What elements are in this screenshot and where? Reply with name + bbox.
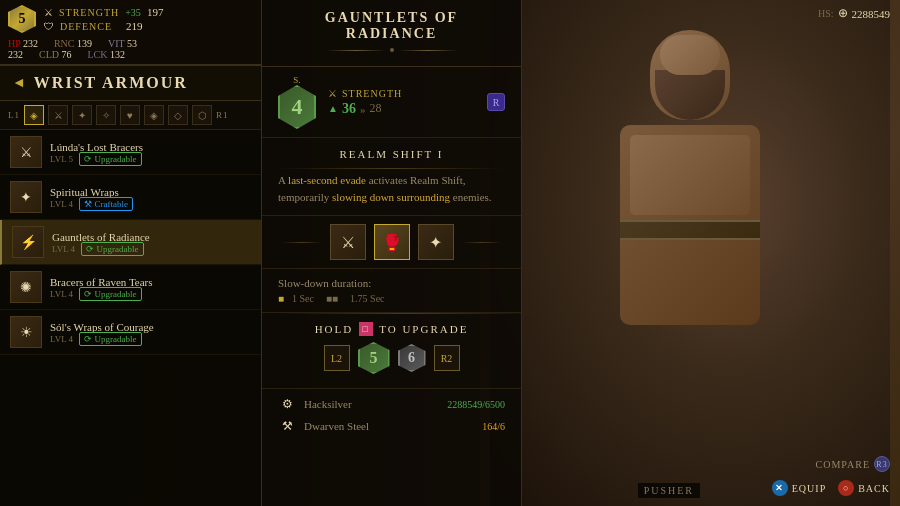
filter-row[interactable]: L1 ◈ ⚔ ✦ ✧ ♥ ◈ ◇ ⬡ R1 (0, 101, 261, 130)
defence-value: 219 (126, 20, 143, 32)
stat-old-value: 28 (369, 101, 381, 116)
item-name-1: Spiritual Wraps (50, 186, 251, 198)
filter-4[interactable]: ♥ (120, 105, 140, 125)
decor-dot (390, 48, 394, 52)
vit-label: VIT (108, 38, 124, 49)
stat-separator: » (360, 103, 366, 115)
item-level-badge: S. 4 (278, 75, 316, 129)
cld-label: CLD (39, 49, 59, 60)
item-info-3: Bracers of Raven Tears LVL 4 ⟳ Upgradabl… (50, 276, 251, 299)
hold-label: HOLD (315, 323, 354, 335)
steel-icon: ⚒ (278, 417, 296, 435)
lck-value: 132 (110, 49, 125, 60)
item-info-2: Gauntlets of Radiance LVL 4 ⟳ Upgradable (52, 231, 251, 254)
strength-stat-label: ⚔ STRENGTH (328, 88, 475, 99)
thumb-2-active: 🥊 (374, 224, 410, 260)
item-level-1: LVL 4 ⚒ Craftable (50, 199, 251, 209)
strength-stat-icon: ⚔ (328, 88, 338, 99)
item-icon-4: ☀ (10, 316, 42, 348)
perk-highlight-2: slowing down surrounding (332, 191, 450, 203)
item-strength: ⚔ STRENGTH ▲ 36 » 28 (328, 88, 475, 117)
inventory-item-3[interactable]: ✺ Bracers of Raven Tears LVL 4 ⟳ Upgrada… (0, 265, 261, 310)
item-badge-1: ⚒ Craftable (79, 197, 133, 211)
cld-value: 76 (62, 49, 72, 60)
item-info-0: Lúnda's Lost Bracers LVL 5 ⟳ Upgradable (50, 141, 251, 164)
perk-desc: A last-second evade activates Realm Shif… (278, 172, 505, 205)
compare-button[interactable]: COMPARE R3 (816, 456, 890, 472)
filter-all[interactable]: ◈ (24, 105, 44, 125)
perk-text-1: A (278, 174, 288, 186)
strength-label: STRENGTH (59, 7, 119, 18)
r2-button[interactable]: R2 (434, 345, 460, 371)
arrow-left-icon: ◄ (12, 75, 26, 91)
strength-value: 197 (147, 6, 164, 18)
slowdown-section: Slow-down duration: ■ 1 Sec ■■ 1.75 Sec (262, 269, 521, 313)
item-icon-3: ✺ (10, 271, 42, 303)
filter-3[interactable]: ✧ (96, 105, 116, 125)
hp-value: 232 (23, 38, 38, 49)
r1-label: R1 (216, 110, 229, 120)
stats-header: 5 ⚔ STRENGTH +35 197 🛡 DEFENCE 219 HP 23… (0, 0, 261, 65)
item-level-3: LVL 4 ⟳ Upgradable (50, 289, 251, 299)
item-title: GAUNTLETS OF RADIANCE (278, 10, 505, 42)
item-level-4: LVL 4 ⟳ Upgradable (50, 334, 251, 344)
left-panel: 5 ⚔ STRENGTH +35 197 🛡 DEFENCE 219 HP 23… (0, 0, 262, 506)
defence-icon: 🛡 (44, 21, 54, 32)
item-detail-panel: GAUNTLETS OF RADIANCE S. 4 ⚔ STRENGTH ▲ … (262, 0, 522, 506)
thumb-sep-left (282, 242, 322, 243)
back-label: BACK (858, 483, 890, 494)
item-badge-2: ⟳ Upgradable (81, 242, 143, 256)
item-icon-0: ⚔ (10, 136, 42, 168)
rnc-value: 139 (77, 38, 92, 49)
l2-button[interactable]: L2 (324, 345, 350, 371)
thumb-3: ✦ (418, 224, 454, 260)
section-title: WRIST ARMOUR (34, 74, 188, 92)
material-hacksilver: ⚙ Hacksilver 2288549/6500 (278, 395, 505, 413)
thumb-1: ⚔ (330, 224, 366, 260)
perk-text-3: enemies. (450, 191, 492, 203)
inventory-item-4[interactable]: ☀ Sól's Wraps of Courage LVL 4 ⟳ Upgrada… (0, 310, 261, 355)
lck-label: LCK (88, 49, 108, 60)
upgrade-title: HOLD □ TO UPGRADE (278, 322, 505, 336)
item-level-0: LVL 5 ⟳ Upgradable (50, 154, 251, 164)
slowdown-value-1: 1 Sec (292, 293, 314, 304)
bottom-buttons: ✕ EQUIP ○ BACK (772, 480, 890, 496)
strength-values: ▲ 36 » 28 (328, 101, 475, 117)
defence-label: DEFENCE (60, 21, 120, 32)
inventory-item-0[interactable]: ⚔ Lúnda's Lost Bracers LVL 5 ⟳ Upgradabl… (0, 130, 261, 175)
item-thumbnails: ⚔ 🥊 ✦ (262, 216, 521, 269)
filter-5[interactable]: ◈ (144, 105, 164, 125)
hs-value: 2288549 (852, 8, 891, 20)
item-info-4: Sól's Wraps of Courage LVL 4 ⟳ Upgradabl… (50, 321, 251, 344)
inventory-item-2[interactable]: ⚡ Gauntlets of Radiance LVL 4 ⟳ Upgradab… (0, 220, 261, 265)
filter-2[interactable]: ✦ (72, 105, 92, 125)
filter-7[interactable]: ⬡ (192, 105, 212, 125)
to-upgrade-label: TO UPGRADE (379, 323, 468, 335)
r-badge: R (487, 93, 505, 111)
hs-label: HS: (818, 8, 834, 19)
slowdown-title: Slow-down duration: (278, 277, 505, 289)
level-s-label: S. (293, 75, 300, 85)
slowdown-divider: ■■ (326, 293, 338, 304)
level-num: 4 (278, 85, 316, 129)
back-action[interactable]: ○ BACK (838, 480, 890, 496)
x-button: ✕ (772, 480, 788, 496)
hacksilver-label: Hacksilver (304, 398, 439, 410)
inventory-list: ⚔ Lúnda's Lost Bracers LVL 5 ⟳ Upgradabl… (0, 130, 261, 355)
item-icon-1: ✦ (10, 181, 42, 213)
character-silhouette (490, 0, 890, 506)
materials-section: ⚙ Hacksilver 2288549/6500 ⚒ Dwarven Stee… (262, 389, 521, 445)
hs-display: HS: ⊕ 2288549 (818, 6, 890, 21)
filter-1[interactable]: ⚔ (48, 105, 68, 125)
r3-badge: R3 (874, 456, 890, 472)
hacksilver-value: 2288549/6500 (447, 399, 505, 410)
item-level-area: S. 4 ⚔ STRENGTH ▲ 36 » 28 R (262, 67, 521, 138)
material-steel: ⚒ Dwarven Steel 164/6 (278, 417, 505, 435)
upgrade-square-icon: □ (359, 322, 373, 336)
inventory-item-1[interactable]: ✦ Spiritual Wraps LVL 4 ⚒ Craftable (0, 175, 261, 220)
perk-sep (278, 168, 505, 169)
pusher-badge: PUSHER (638, 483, 700, 498)
filter-6[interactable]: ◇ (168, 105, 188, 125)
tier1-dot: ■ (278, 293, 284, 304)
equip-action[interactable]: ✕ EQUIP (772, 480, 826, 496)
